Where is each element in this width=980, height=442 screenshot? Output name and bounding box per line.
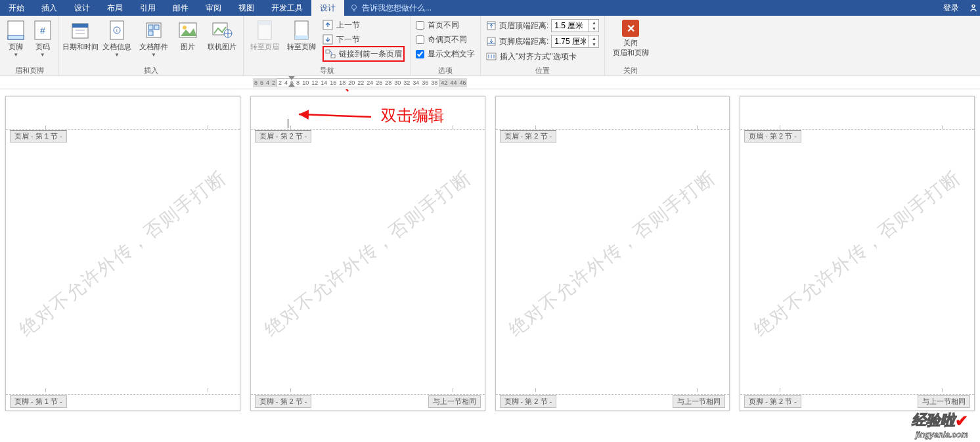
footer-label: 页脚 — [9, 43, 23, 51]
tell-me[interactable]: 告诉我您想做什么... — [344, 0, 437, 16]
nav-mini: 上一节 下一节 链接到前一条页眉 — [320, 17, 407, 63]
tab-view[interactable]: 视图 — [230, 0, 263, 16]
diff-odd-checkbox[interactable] — [416, 35, 424, 44]
next-icon — [323, 34, 333, 45]
svg-text:i: i — [116, 28, 118, 33]
login-link[interactable]: 登录 — [935, 0, 967, 16]
group-label-insert: 插入 — [62, 65, 240, 76]
link-icon — [325, 49, 336, 59]
onlinepic-icon — [212, 20, 233, 41]
footer-tag: 页脚 - 第 2 节 - — [500, 395, 557, 408]
tab-insert[interactable]: 插入 — [33, 0, 66, 16]
tab-review[interactable]: 审阅 — [197, 0, 230, 16]
diff-first-checkbox[interactable] — [416, 21, 424, 30]
same-as-prev-tag: 与上一节相同 — [428, 395, 481, 408]
ruler-active[interactable]: 2468101214161820222426283032343638 — [277, 78, 439, 87]
docparts-icon — [143, 20, 164, 41]
goto-footer-button[interactable]: 转至页脚 — [283, 17, 320, 51]
group-header-footer: 页脚 ▼ # 页码 ▼ 眉和页脚 — [0, 16, 59, 76]
spin-up[interactable]: ▲ — [589, 20, 598, 26]
align-tab[interactable]: 插入"对齐方式"选项卡 — [486, 50, 599, 63]
same-as-prev-tag: 与上一节相同 — [918, 395, 970, 408]
diff-first[interactable]: 首页不同 — [416, 18, 475, 32]
menu-spacer — [437, 0, 935, 16]
page[interactable]: 页眉 - 第 2 节 -页脚 - 第 2 节 -与上一节相同绝对不允许外传，否则… — [495, 96, 730, 411]
svg-rect-27 — [326, 50, 330, 53]
svg-rect-3 — [8, 35, 24, 39]
group-position: 页眉顶端距离: ▲▼ 页脚底端距离: ▲▼ 插入"对齐方 — [481, 16, 605, 76]
footer-icon — [5, 20, 26, 41]
close-hf-button[interactable]: ✕ 关闭 页眉和页脚 — [608, 17, 654, 58]
pagenum-button[interactable]: # 页码 ▼ — [30, 17, 56, 58]
tab-hf-design[interactable]: 设计 — [311, 0, 344, 16]
picture-label: 图片 — [181, 43, 195, 51]
site-url: jingyanla.com — [916, 430, 968, 439]
page-watermark: 绝对不允许外传，否则手打断 — [259, 165, 476, 342]
chevron-down-icon: ▼ — [40, 52, 45, 58]
tab-mail[interactable]: 邮件 — [164, 0, 197, 16]
docinfo-button[interactable]: i 文档信息 ▼ — [99, 17, 135, 58]
svg-rect-22 — [258, 21, 271, 25]
pagenum-icon: # — [32, 20, 53, 41]
onlinepic-button[interactable]: 联机图片 — [204, 17, 240, 51]
svg-rect-16 — [148, 31, 153, 35]
chevron-down-icon: ▼ — [114, 52, 120, 58]
pagenum-label: 页码 — [35, 43, 50, 51]
onlinepic-label: 联机图片 — [208, 43, 236, 51]
diff-odd[interactable]: 奇偶页不同 — [416, 33, 475, 46]
top-dist-label: 页眉顶端距离: — [499, 20, 548, 32]
prev-icon — [323, 20, 333, 30]
document-canvas: 页眉 - 第 1 节 -页脚 - 第 1 节 -绝对不允许外传，否则手打断页眉 … — [0, 89, 980, 442]
dblclick-annotation: 双击编辑 — [381, 105, 444, 126]
page[interactable]: 页眉 - 第 2 节 -页脚 - 第 2 节 -与上一节相同绝对不允许外传，否则… — [250, 96, 485, 411]
tab-home[interactable]: 开始 — [0, 0, 33, 16]
tab-layout[interactable]: 布局 — [99, 0, 131, 16]
share-icon[interactable] — [967, 0, 980, 16]
picture-button[interactable]: 图片 — [172, 17, 204, 51]
ruler-left-inactive: 8642 — [253, 78, 277, 87]
group-options: 首页不同 奇偶页不同 显示文档文字 选项 — [411, 16, 481, 76]
spin-down[interactable]: ▼ — [589, 26, 598, 32]
header-top-spinner[interactable]: ▲▼ — [551, 19, 599, 32]
text-cursor — [288, 119, 288, 128]
link-previous[interactable]: 链接到前一条页眉 — [325, 47, 402, 60]
footer-bot-input[interactable] — [552, 35, 589, 47]
goto-header-label: 转至页眉 — [250, 43, 279, 51]
page-watermark: 绝对不允许外传，否则手打断 — [14, 165, 232, 342]
goto-header-icon — [254, 20, 275, 41]
svg-point-0 — [352, 5, 357, 9]
page[interactable]: 页眉 - 第 2 节 -页脚 - 第 2 节 -与上一节相同绝对不允许外传，否则… — [740, 96, 975, 411]
next-section[interactable]: 下一节 — [323, 33, 405, 46]
pages-row: 页眉 - 第 1 节 -页脚 - 第 1 节 -绝对不允许外传，否则手打断页眉 … — [0, 89, 980, 418]
datetime-button[interactable]: 日期和时间 — [62, 17, 99, 51]
docparts-label: 文档部件 — [139, 43, 168, 51]
lightbulb-icon — [349, 3, 359, 12]
align-tab-icon — [486, 51, 497, 62]
footer-button[interactable]: 页脚 ▼ — [3, 17, 30, 58]
show-doc[interactable]: 显示文档文字 — [416, 47, 475, 60]
docparts-button[interactable]: 文档部件 ▼ — [135, 17, 172, 58]
header-top-input[interactable] — [552, 20, 589, 32]
footer-bot-spinner[interactable]: ▲▼ — [551, 35, 599, 48]
header-tag: 页眉 - 第 1 节 - — [10, 130, 67, 143]
page[interactable]: 页眉 - 第 1 节 -页脚 - 第 1 节 -绝对不允许外传，否则手打断 — [5, 96, 240, 411]
tab-dev[interactable]: 开发工具 — [263, 0, 311, 16]
close-icon: ✕ — [622, 20, 639, 37]
close-hf-label: 关闭 页眉和页脚 — [613, 38, 649, 58]
tab-design[interactable]: 设计 — [66, 0, 99, 16]
same-as-prev-tag: 与上一节相同 — [673, 395, 725, 408]
group-close: ✕ 关闭 页眉和页脚 关闭 — [605, 16, 656, 76]
show-doc-checkbox[interactable] — [416, 50, 424, 58]
page-watermark: 绝对不允许外传，否则手打断 — [749, 165, 966, 342]
spin-down[interactable]: ▼ — [589, 41, 598, 47]
prev-section[interactable]: 上一节 — [323, 18, 405, 32]
tab-ref[interactable]: 引用 — [131, 0, 164, 16]
header-tag: 页眉 - 第 2 节 - — [500, 130, 557, 143]
goto-footer-label: 转至页脚 — [287, 43, 316, 51]
header-tag: 页眉 - 第 2 节 - — [255, 130, 312, 143]
goto-footer-icon — [291, 20, 312, 41]
svg-point-18 — [183, 26, 187, 30]
docinfo-icon: i — [106, 20, 127, 41]
bot-dist-label: 页脚底端距离: — [499, 36, 548, 47]
spin-up[interactable]: ▲ — [589, 35, 598, 41]
